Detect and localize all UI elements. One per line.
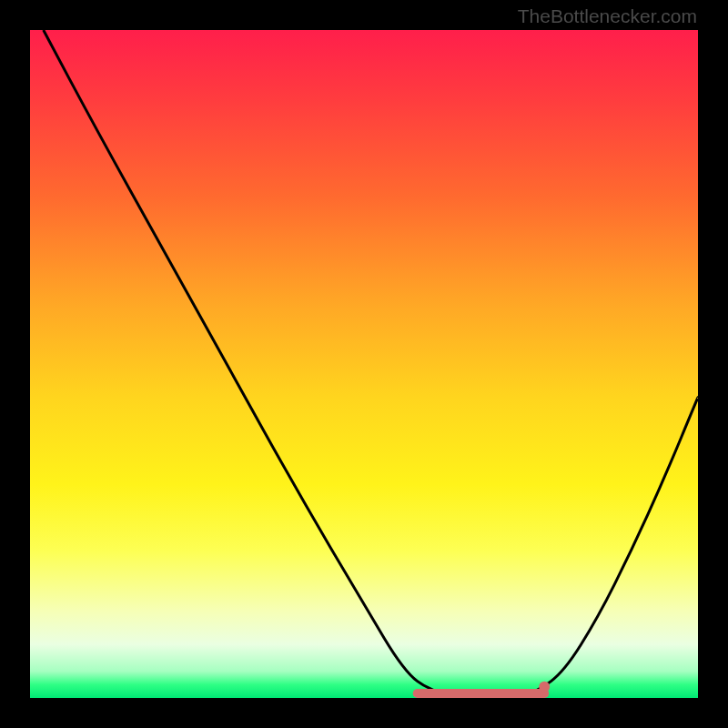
bottleneck-curve xyxy=(30,30,698,698)
credit-text: TheBottlenecker.com xyxy=(518,5,697,27)
sweet-spot-end-dot xyxy=(539,682,550,693)
chart-frame: TheBottlenecker.com xyxy=(0,0,728,728)
curve-path xyxy=(44,30,698,698)
